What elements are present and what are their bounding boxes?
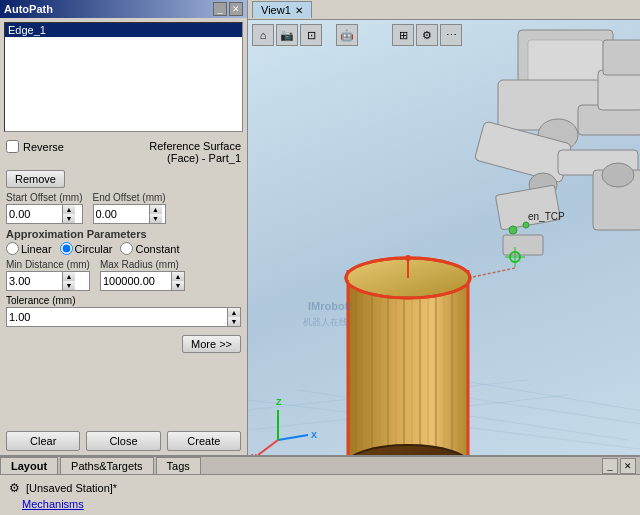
scene-3d: ⌂ 📷 ⊡ 🤖 ⊞ ⚙ ⋯ [248,20,640,455]
svg-text:机器人在线: 机器人在线 [303,317,348,327]
camera-button[interactable]: 📷 [276,24,298,46]
tolerance-input[interactable] [7,308,227,326]
min-distance-spinners: ▲ ▼ [62,272,75,290]
end-offset-spinners: ▲ ▼ [149,205,162,223]
reference-surface-label: Reference Surface [149,140,241,152]
edge-list-item[interactable]: Edge_1 [5,23,242,37]
max-radius-input-wrap: ▲ ▼ [100,271,185,291]
circular-radio-group: Circular [60,242,113,255]
start-offset-group: Start Offset (mm) ▲ ▼ [6,192,83,224]
clear-button[interactable]: Clear [6,431,80,451]
action-buttons: Clear Close Create [0,427,247,455]
minmax-row: Min Distance (mm) ▲ ▼ Max Radius (mm) [6,259,241,291]
bottom-panel: Layout Paths&Targets Tags _ ✕ ⚙ [Unsaved… [0,455,640,515]
tolerance-spinners: ▲ ▼ [227,308,240,326]
edge-list[interactable]: Edge_1 [4,22,243,132]
linear-radio-group: Linear [6,242,52,255]
more-button[interactable]: More >> [182,335,241,353]
mechanisms-tree-item: Mechanisms [22,497,634,511]
end-offset-down[interactable]: ▼ [150,214,162,223]
svg-text:Y: Y [251,452,257,455]
max-radius-down[interactable]: ▼ [172,281,184,290]
tolerance-up[interactable]: ▲ [228,308,240,317]
svg-point-13 [509,226,517,234]
autopath-panel: AutoPath _ ✕ Edge_1 Reverse Reference Su… [0,0,248,455]
title-controls: _ ✕ [213,2,243,16]
station-icon: ⚙ [6,480,22,496]
layout-tab[interactable]: Layout [0,457,58,474]
reverse-label: Reverse [23,141,64,153]
paths-targets-tab[interactable]: Paths&Targets [60,457,154,474]
bottom-minimize-button[interactable]: _ [602,458,618,474]
svg-line-55 [468,268,515,278]
viewport-toolbar: ⌂ 📷 ⊡ 🤖 ⊞ ⚙ ⋯ [252,24,462,46]
constant-label: Constant [135,243,179,255]
max-radius-spinners: ▲ ▼ [171,272,184,290]
end-offset-input[interactable] [94,205,149,223]
robot-icon-button[interactable]: 🤖 [336,24,358,46]
circular-label: Circular [75,243,113,255]
tolerance-label: Tolerance (mm) [6,295,241,306]
minimize-button[interactable]: _ [213,2,227,16]
more-view-button[interactable]: ⋯ [440,24,462,46]
tags-tab[interactable]: Tags [156,457,201,474]
svg-rect-17 [598,70,640,110]
panel-body: Reverse Reference Surface (Face) - Part_… [0,136,247,427]
remove-button[interactable]: Remove [6,170,65,188]
constant-radio-group: Constant [120,242,179,255]
max-radius-input[interactable] [101,272,171,290]
station-label: [Unsaved Station]* [26,482,117,494]
svg-rect-15 [503,235,543,255]
svg-line-46 [278,435,308,440]
min-distance-up[interactable]: ▲ [63,272,75,281]
svg-line-48 [258,440,278,455]
close-panel-button[interactable]: ✕ [229,2,243,16]
radio-row: Linear Circular Constant [6,242,241,255]
svg-point-21 [602,163,634,187]
bottom-close-button[interactable]: ✕ [620,458,636,474]
svg-text:Z: Z [276,397,282,407]
svg-point-43 [405,255,411,261]
tolerance-down[interactable]: ▼ [228,317,240,326]
offset-row: Start Offset (mm) ▲ ▼ End Offset (mm) [6,192,241,224]
viewport[interactable]: View1 ✕ ⌂ 📷 ⊡ 🤖 ⊞ ⚙ ⋯ [248,0,640,455]
view1-tab[interactable]: View1 ✕ [252,1,312,18]
grid-button[interactable]: ⊞ [392,24,414,46]
start-offset-down[interactable]: ▼ [63,214,75,223]
start-offset-up[interactable]: ▲ [63,205,75,214]
start-offset-label: Start Offset (mm) [6,192,83,203]
fit-button[interactable]: ⊡ [300,24,322,46]
max-radius-up[interactable]: ▲ [172,272,184,281]
bottom-panel-controls: _ ✕ [602,458,640,474]
end-offset-up[interactable]: ▲ [150,205,162,214]
min-distance-down[interactable]: ▼ [63,281,75,290]
min-distance-input[interactable] [7,272,62,290]
linear-label: Linear [21,243,52,255]
constant-radio[interactable] [120,242,133,255]
settings-button[interactable]: ⚙ [416,24,438,46]
remove-row: Remove [6,170,241,188]
svg-text:en_TCP: en_TCP [528,211,565,222]
more-row: More >> [6,335,241,353]
scene-svg: en_TCP [248,20,640,455]
svg-point-14 [523,222,529,228]
tolerance-input-wrap: ▲ ▼ [6,307,241,327]
home-view-button[interactable]: ⌂ [252,24,274,46]
mechanisms-label: Mechanisms [22,498,84,510]
close-button[interactable]: Close [86,431,160,451]
panel-title: AutoPath [4,3,53,15]
svg-text:X: X [311,430,317,440]
reverse-checkbox[interactable] [6,140,19,153]
circular-radio[interactable] [60,242,73,255]
end-offset-label: End Offset (mm) [93,192,166,203]
start-offset-input[interactable] [7,205,62,223]
start-offset-input-wrap: ▲ ▼ [6,204,83,224]
viewport-tabbar: View1 ✕ [248,0,640,20]
end-offset-group: End Offset (mm) ▲ ▼ [93,192,166,224]
view1-tab-close[interactable]: ✕ [295,5,303,16]
station-tree-item: ⚙ [Unsaved Station]* [6,479,634,497]
create-button[interactable]: Create [167,431,241,451]
linear-radio[interactable] [6,242,19,255]
min-distance-input-wrap: ▲ ▼ [6,271,90,291]
start-offset-spinners: ▲ ▼ [62,205,75,223]
